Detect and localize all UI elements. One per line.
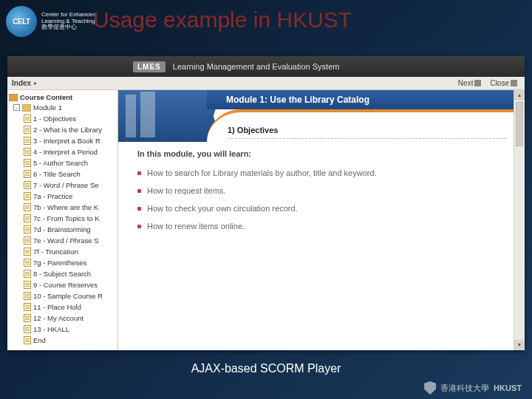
tree-item[interactable]: 3 - Interpret a Book R	[24, 135, 116, 146]
page-icon	[24, 192, 31, 200]
page-icon	[24, 248, 31, 256]
page-icon	[24, 126, 31, 134]
tree-item-label: 1 - Objectives	[33, 115, 76, 123]
page-icon	[24, 137, 31, 145]
tree-item[interactable]: 7a - Practice	[24, 191, 116, 202]
bullet-text: How to check your own circulation record…	[147, 204, 298, 213]
hkust-footer-logo: 香港科技大學 HKUST	[424, 381, 522, 395]
tree-item[interactable]: 4 - Interpret a Period	[24, 146, 116, 157]
tree-item[interactable]: 10 - Sample Course R	[24, 290, 116, 301]
collapse-icon[interactable]: -	[13, 104, 20, 111]
tree-item[interactable]: 6 - Title Search	[24, 168, 116, 180]
tree-item-label: 5 - Author Search	[33, 159, 88, 167]
tree-item[interactable]: 12 - My Account	[24, 313, 116, 324]
scroll-thumb[interactable]	[516, 102, 523, 146]
bullet-text: How to request items.	[147, 186, 225, 195]
tree-item[interactable]: 13 - HKALL	[24, 324, 116, 335]
tree-item[interactable]: End	[24, 335, 116, 346]
tree-item-label: 4 - Interpret a Period	[33, 148, 98, 156]
bullet-text: How to renew items online.	[147, 222, 245, 231]
scorm-player-window: LMES Learning Management and Evaluation …	[7, 56, 525, 350]
hero-image	[118, 90, 222, 142]
objective-bullet: How to renew items online.	[137, 222, 502, 231]
tree-item[interactable]: 7e - Word / Phrase S	[24, 235, 116, 246]
tree-item[interactable]: 7 - Word / Phrase Se	[24, 180, 116, 191]
page-icon	[24, 259, 31, 267]
page-icon	[24, 236, 31, 245]
lmes-header: LMES Learning Management and Evaluation …	[7, 56, 525, 77]
content-pane: Module 1: Use the Library Catalog 1) Obj…	[118, 90, 514, 350]
page-icon	[24, 159, 31, 167]
course-icon	[9, 94, 18, 101]
page-icon	[24, 170, 31, 178]
tree-item-label: 2 - What is the Library	[33, 126, 102, 134]
bullet-icon	[137, 171, 141, 175]
page-icon	[24, 203, 31, 211]
tree-item[interactable]: 5 - Author Search	[24, 157, 116, 168]
bullet-text: How to search for Library materials by a…	[147, 168, 377, 177]
section-title: 1) Objectives	[228, 126, 506, 139]
player-toolbar: Index ▸ Next Close	[7, 77, 525, 90]
tree-item-label: 7e - Word / Phrase S	[33, 236, 99, 245]
page-icon	[24, 336, 31, 344]
folder-icon	[22, 104, 31, 112]
celt-logo: CELT Center for Enhanced Learning & Teac…	[6, 6, 96, 37]
tree-item-label: 13 - HKALL	[33, 325, 69, 333]
index-toggle-icon[interactable]: ▸	[34, 80, 37, 86]
page-icon	[24, 325, 31, 333]
tree-item[interactable]: 8 - Subject Search	[24, 268, 116, 279]
objective-bullet: How to request items.	[137, 186, 502, 195]
tree-item[interactable]: 7f - Truncation	[24, 246, 116, 257]
page-icon	[24, 314, 31, 322]
objective-bullet: How to check your own circulation record…	[137, 204, 502, 213]
tree-item[interactable]: 7d - Brainstorming	[24, 224, 116, 235]
scroll-up-icon[interactable]: ▴	[514, 90, 525, 100]
page-icon	[24, 214, 31, 222]
tree-item-label: 12 - My Account	[33, 314, 83, 322]
tree-item[interactable]: 1 - Objectives	[24, 113, 116, 124]
module-title: Module 1: Use the Library Catalog	[207, 90, 514, 109]
course-tree: Course Content - Module 1 1 - Objectives…	[7, 90, 118, 350]
tree-item-label: 7 - Word / Phrase Se	[33, 181, 99, 189]
index-toggle-label[interactable]: Index	[12, 79, 31, 87]
celt-logo-badge: CELT	[6, 6, 37, 37]
objective-bullet: How to search for Library materials by a…	[137, 168, 502, 177]
tree-item-label: 7a - Practice	[33, 192, 72, 200]
page-icon	[24, 292, 31, 300]
bullet-icon	[137, 207, 141, 211]
tree-item-label: 7d - Brainstorming	[33, 225, 91, 233]
tree-item-label: 6 - Title Search	[33, 170, 81, 178]
tree-item-label: 3 - Interpret a Book R	[33, 137, 100, 145]
tree-module[interactable]: - Module 1	[13, 103, 116, 112]
content-lead: In this module, you will learn:	[137, 149, 502, 158]
page-icon	[24, 281, 31, 289]
tree-item-label: 9 - Course Reserves	[33, 281, 98, 289]
scrollbar[interactable]: ▴ ▾	[514, 90, 525, 350]
page-icon	[24, 225, 31, 233]
close-button[interactable]: Close	[487, 79, 520, 87]
scroll-down-icon[interactable]: ▾	[514, 340, 525, 350]
tree-item-label: 8 - Subject Search	[33, 270, 91, 278]
tree-item[interactable]: 7c - From Topics to K	[24, 213, 116, 224]
module-header: Module 1: Use the Library Catalog 1) Obj…	[118, 90, 514, 142]
page-icon	[24, 270, 31, 278]
tree-item[interactable]: 7g - Parentheses	[24, 257, 116, 268]
tree-item-label: End	[33, 336, 46, 344]
page-icon	[24, 115, 31, 123]
slide-title: Usage example in HKUST	[93, 7, 352, 33]
hkust-shield-icon	[424, 381, 436, 395]
lmes-tagline: Learning Management and Evaluation Syste…	[173, 62, 340, 71]
tree-item[interactable]: 9 - Course Reserves	[24, 279, 116, 290]
next-button[interactable]: Next	[455, 79, 485, 87]
tree-root[interactable]: Course Content	[9, 93, 116, 101]
tree-item[interactable]: 2 - What is the Library	[24, 124, 116, 135]
bullet-icon	[137, 189, 141, 193]
lmes-brand: LMES	[133, 61, 166, 72]
tree-item[interactable]: 7b - Where are the K	[24, 202, 116, 213]
page-icon	[24, 148, 31, 156]
tree-item-label: 10 - Sample Course R	[33, 292, 103, 300]
tree-item-label: 7f - Truncation	[33, 248, 78, 256]
tree-item-label: 7g - Parentheses	[33, 259, 86, 267]
slide-caption: AJAX-based SCORM Player	[0, 362, 532, 375]
tree-item[interactable]: 11 - Place Hold	[24, 301, 116, 313]
